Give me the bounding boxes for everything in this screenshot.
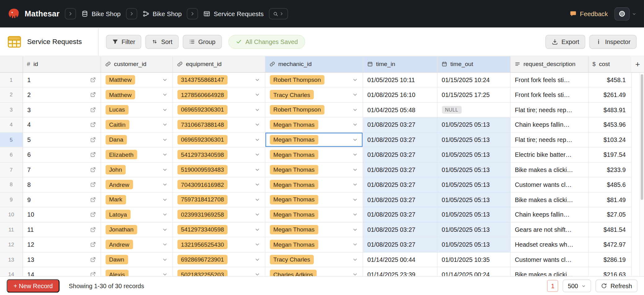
cell-mechanic_id[interactable]: Megan Thomas [265,222,362,237]
cell-id[interactable]: 3 [23,102,101,117]
cell-customer_id[interactable]: Dana [101,132,173,147]
settings-menu[interactable] [615,7,637,20]
chevron-down-icon[interactable] [162,77,168,83]
chevron-down-icon[interactable] [254,152,260,158]
column-header-request_description[interactable]: request_description [510,56,588,72]
cell-equipment_id[interactable]: 0696592306301 [172,132,265,147]
group-button[interactable]: Group [183,35,221,49]
cell-customer_id[interactable]: Andrew [101,237,173,252]
chevron-down-icon[interactable] [254,92,260,98]
row-number-cell[interactable]: 4 [0,117,23,132]
cell-equipment_id[interactable]: 7043091616982 [172,177,265,192]
cell-time_out[interactable]: 01/05/2025 05:13 [437,117,510,132]
page-size-select[interactable]: 500 [563,280,591,292]
cell-cost[interactable]: $197.54 [588,147,631,162]
chevron-down-icon[interactable] [162,196,168,203]
cell-mechanic_id[interactable]: Tracy Charles [265,87,362,102]
filter-button[interactable]: Filter [106,35,141,49]
chevron-down-icon[interactable] [352,182,358,188]
cell-request_description[interactable]: Flat tire; needs rep… [510,132,588,147]
cell-id[interactable]: 6 [23,147,101,162]
cell-customer_id[interactable]: Elizabeth [101,147,173,162]
external-link-icon[interactable] [90,182,96,188]
cell-time_in[interactable]: 01/08/2025 03:27 [363,147,437,162]
external-link-icon[interactable] [90,107,96,113]
breadcrumb-schema[interactable]: Bike Shop [142,10,182,17]
chevron-down-icon[interactable] [254,271,260,276]
cell-cost[interactable]: $472.97 [588,237,631,252]
cell-customer_id[interactable]: Dawn [101,252,173,267]
cell-time_out[interactable]: 01/05/2025 05:13 [437,192,510,207]
cell-equipment_id[interactable]: 0239931969258 [172,207,265,222]
cell-request_description[interactable]: Front fork feels sti… [510,87,588,102]
cell-equipment_id[interactable]: 0696592306301 [172,102,265,117]
row-number-cell[interactable]: 3 [0,102,23,117]
cell-mechanic_id[interactable]: Robert Thompson [265,72,362,87]
row-number-cell[interactable]: 6 [0,147,23,162]
cell-cost[interactable]: $261.49 [588,87,631,102]
chevron-down-icon[interactable] [254,77,260,83]
table-scrollbar[interactable] [639,73,644,276]
chevron-down-icon[interactable] [352,77,358,83]
cell-cost[interactable]: $481.54 [588,222,631,237]
cell-mechanic_id[interactable]: Megan Thomas [265,162,362,177]
cell-equipment_id[interactable]: 1278560664928 [172,87,265,102]
external-link-icon[interactable] [90,196,96,203]
cell-id[interactable]: 9 [23,192,101,207]
cell-mechanic_id[interactable]: Charles Adkins [265,267,362,276]
chevron-down-icon[interactable] [352,92,358,98]
cell-time_out[interactable]: NULL [437,102,510,117]
external-link-icon[interactable] [90,121,96,128]
cell-cost[interactable]: $453.96 [588,117,631,132]
external-link-icon[interactable] [90,77,96,83]
cell-customer_id[interactable]: Caitlin [101,117,173,132]
cell-equipment_id[interactable]: 7310667388148 [172,117,265,132]
breadcrumb-database[interactable]: Bike Shop [81,10,121,17]
cell-request_description[interactable]: Bike makes a clicki… [510,192,588,207]
cell-equipment_id[interactable]: 5021832255203 [172,267,265,276]
cell-request_description[interactable]: Electric bike batter… [510,147,588,162]
cell-customer_id[interactable]: Jonathan [101,222,173,237]
cell-cost[interactable]: $103.24 [588,132,631,147]
column-header-cost[interactable]: $cost [588,56,631,72]
chevron-down-icon[interactable] [352,137,358,143]
row-number-cell[interactable]: 14 [0,267,23,276]
chevron-down-icon[interactable] [254,121,260,128]
cell-id[interactable]: 2 [23,87,101,102]
cell-request_description[interactable]: Bike makes a clicki… [510,162,588,177]
row-number-cell[interactable]: 13 [0,252,23,267]
cell-id[interactable]: 1 [23,72,101,87]
external-link-icon[interactable] [90,92,96,98]
chevron-down-icon[interactable] [254,212,260,218]
row-number-cell[interactable]: 11 [0,222,23,237]
cell-cost[interactable]: $27.05 [588,207,631,222]
chevron-down-icon[interactable] [352,196,358,203]
column-header-time_in[interactable]: time_in [363,56,437,72]
refresh-button[interactable]: Refresh [596,280,637,292]
chevron-down-icon[interactable] [352,271,358,276]
cell-id[interactable]: 13 [23,252,101,267]
cell-id[interactable]: 7 [23,162,101,177]
chevron-down-icon[interactable] [352,212,358,218]
external-link-icon[interactable] [90,152,96,158]
cell-time_out[interactable]: 01/14/2025 00:24 [437,267,510,276]
cell-cost[interactable]: $286.19 [588,252,631,267]
chevron-down-icon[interactable] [254,182,260,188]
add-column-button[interactable]: + [631,56,644,73]
cell-id[interactable]: 11 [23,222,101,237]
chevron-down-icon[interactable] [162,121,168,128]
new-record-button[interactable]: + New Record [7,279,60,293]
chevron-down-icon[interactable] [162,241,168,248]
cell-equipment_id[interactable]: 1321956525430 [172,237,265,252]
row-number-cell[interactable]: 2 [0,87,23,102]
cell-id[interactable]: 12 [23,237,101,252]
cell-mechanic_id[interactable]: Megan Thomas [265,117,362,132]
row-number-cell[interactable]: 5 [0,132,23,147]
cell-time_out[interactable]: 01/15/2025 10:24 [437,72,510,87]
cell-cost[interactable]: $216.63 [588,267,631,276]
chevron-down-icon[interactable] [162,227,168,233]
cell-mechanic_id[interactable]: Robert Thompson [265,102,362,117]
row-number-cell[interactable]: 7 [0,162,23,177]
cell-time_out[interactable]: 01/05/2025 05:13 [437,177,510,192]
row-number-cell[interactable]: 1 [0,72,23,87]
